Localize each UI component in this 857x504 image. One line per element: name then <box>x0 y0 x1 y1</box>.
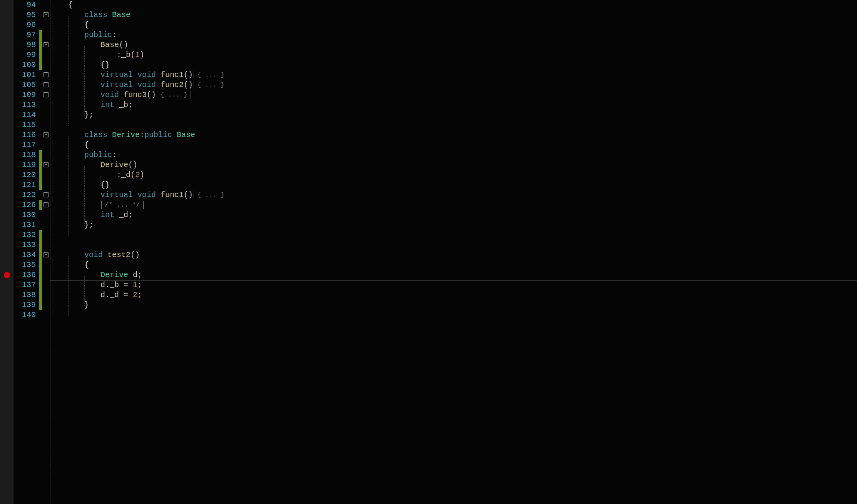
code-line[interactable] <box>52 120 857 130</box>
code-token: {} <box>100 60 110 69</box>
code-token: func3 <box>124 90 147 99</box>
fold-expand-icon[interactable]: + <box>44 192 49 197</box>
change-bar <box>39 160 42 170</box>
change-bar <box>39 30 42 40</box>
code-token: { <box>84 20 89 29</box>
line-number: 133 <box>13 240 36 250</box>
code-line[interactable]: { <box>52 260 857 270</box>
code-token: () <box>184 190 193 199</box>
folded-region-pill[interactable]: /* ... */ <box>101 201 144 209</box>
code-line[interactable]: :_d(2) <box>52 170 857 180</box>
line-number: 131 <box>13 220 36 230</box>
code-line[interactable]: public: <box>52 150 857 160</box>
code-token: ; <box>128 210 133 219</box>
fold-collapse-icon[interactable]: − <box>44 162 49 167</box>
code-line[interactable]: void test2() <box>52 250 857 260</box>
line-number: 121 <box>13 180 36 190</box>
code-line[interactable]: {} <box>52 180 857 190</box>
code-token <box>114 210 119 219</box>
code-token: class <box>84 10 107 19</box>
code-token: } <box>84 300 89 309</box>
change-bar <box>39 230 42 240</box>
code-line[interactable]: }; <box>52 220 857 230</box>
code-line[interactable]: d._d = 2; <box>52 290 857 300</box>
line-number: 98 <box>13 40 36 50</box>
code-token: : <box>117 50 121 59</box>
code-token: int <box>100 210 114 219</box>
code-token: _b <box>110 280 119 289</box>
code-token: ; <box>128 100 133 109</box>
change-bar <box>39 280 42 290</box>
code-token: () <box>184 80 193 89</box>
code-token <box>156 80 161 89</box>
code-token: Base <box>100 40 119 49</box>
code-line[interactable]: int _d; <box>52 210 857 220</box>
line-number: 99 <box>13 50 36 60</box>
code-line[interactable]: }; <box>52 110 857 120</box>
code-line[interactable]: void func3(){ ... } <box>52 90 857 100</box>
folded-region-pill[interactable]: { ... } <box>157 91 191 99</box>
fold-collapse-icon[interactable]: − <box>44 42 49 47</box>
breakpoint-marker[interactable] <box>4 272 10 278</box>
code-line[interactable]: Derive() <box>52 160 857 170</box>
code-token: Derive <box>100 160 128 169</box>
code-line[interactable]: { <box>52 140 857 150</box>
folded-region-pill[interactable]: { ... } <box>194 81 228 89</box>
fold-gutter[interactable]: −−+++−−++− <box>42 0 50 504</box>
change-bar <box>39 40 42 50</box>
line-number: 136 <box>13 270 36 280</box>
code-line[interactable]: virtual void func2(){ ... } <box>52 80 857 90</box>
code-token <box>156 190 161 199</box>
code-line[interactable]: class Derive:public Base <box>52 130 857 140</box>
code-line[interactable]: int _b; <box>52 100 857 110</box>
code-token: { <box>84 140 89 149</box>
change-bar <box>39 300 42 310</box>
code-content-area[interactable]: {class Base{public:Base():_b(1){}virtual… <box>50 0 857 504</box>
code-line[interactable]: {} <box>52 60 857 70</box>
folded-region-pill[interactable]: { ... } <box>194 191 228 199</box>
code-token: }; <box>84 110 94 119</box>
code-line[interactable]: public: <box>52 30 857 40</box>
fold-expand-icon[interactable]: + <box>44 92 49 97</box>
code-token: { <box>84 260 89 269</box>
code-token <box>114 100 119 109</box>
code-editor[interactable]: 9495969798991001011051091131141151161171… <box>0 0 857 504</box>
line-number: 115 <box>13 120 36 130</box>
code-line[interactable] <box>52 230 857 240</box>
code-token: }; <box>84 220 94 229</box>
code-token: . <box>105 290 110 299</box>
change-bar <box>39 290 42 300</box>
code-line[interactable]: :_b(1) <box>52 50 857 60</box>
breakpoint-gutter[interactable] <box>0 0 13 504</box>
code-line[interactable]: { <box>52 0 857 10</box>
fold-collapse-icon[interactable]: − <box>44 252 49 257</box>
code-line[interactable]: Derive d; <box>52 270 857 280</box>
code-line[interactable]: d._b = 1; <box>52 280 857 290</box>
code-token: void <box>84 250 103 259</box>
change-bar <box>39 250 42 260</box>
line-number: 113 <box>13 100 36 110</box>
folded-region-pill[interactable]: { ... } <box>194 71 228 79</box>
fold-collapse-icon[interactable]: − <box>44 12 49 17</box>
code-token: . <box>105 280 110 289</box>
code-line[interactable]: } <box>52 300 857 310</box>
code-line[interactable]: virtual void func1(){ ... } <box>52 70 857 80</box>
code-line[interactable]: virtual void func1(){ ... } <box>52 190 857 200</box>
code-token <box>172 130 177 139</box>
code-token: : <box>112 150 117 159</box>
code-line[interactable] <box>52 240 857 250</box>
fold-expand-icon[interactable]: + <box>44 72 49 77</box>
code-token: Base <box>177 130 195 139</box>
code-line[interactable]: Base() <box>52 40 857 50</box>
code-line[interactable]: class Base <box>52 10 857 20</box>
fold-collapse-icon[interactable]: − <box>44 132 49 137</box>
code-line[interactable]: { <box>52 20 857 30</box>
fold-expand-icon[interactable]: + <box>44 202 49 207</box>
fold-expand-icon[interactable]: + <box>44 82 49 87</box>
code-token: class <box>84 130 107 139</box>
change-bar <box>39 60 42 70</box>
line-number: 120 <box>13 170 36 180</box>
code-line[interactable] <box>52 310 857 320</box>
code-token: public <box>84 30 112 39</box>
code-line[interactable]: /* ... */ <box>52 200 857 210</box>
